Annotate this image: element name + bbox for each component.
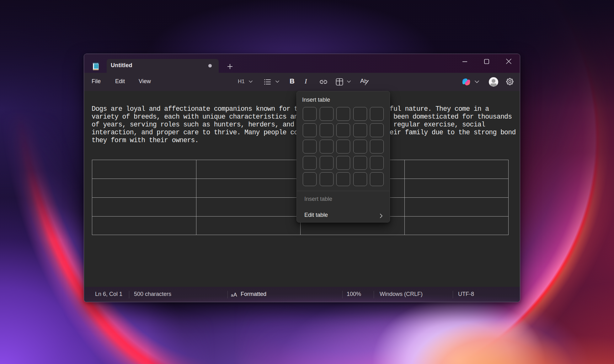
svg-text:A: A — [233, 292, 237, 298]
svg-text:a: a — [231, 293, 233, 297]
svg-text:A: A — [360, 78, 364, 84]
